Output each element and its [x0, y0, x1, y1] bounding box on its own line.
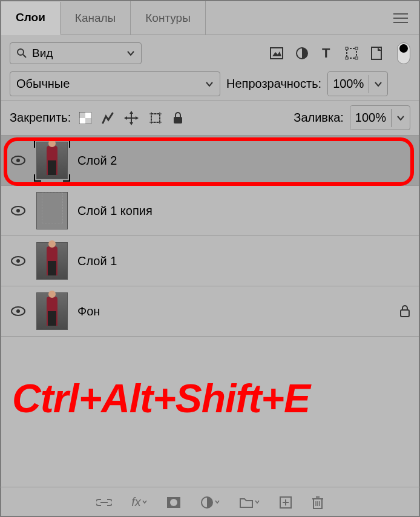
svg-point-39 [16, 309, 20, 313]
layer-row[interactable]: Фон [1, 286, 419, 337]
filter-shape-icon[interactable] [345, 47, 358, 60]
chevron-down-icon [126, 49, 135, 58]
fill-label: Заливка: [294, 111, 344, 125]
layer-row[interactable]: Слой 1 копия [1, 186, 419, 236]
svg-text:T: T [322, 47, 330, 60]
svg-rect-16 [85, 118, 91, 124]
search-icon [16, 48, 27, 59]
lock-position-icon[interactable] [124, 111, 139, 125]
layer-thumbnail[interactable] [36, 142, 68, 179]
new-layer-icon[interactable] [279, 496, 292, 509]
visibility-icon[interactable] [10, 256, 27, 266]
filter-label: Вид [32, 47, 53, 60]
blend-mode-value: Обычные [16, 77, 70, 91]
svg-rect-18 [79, 118, 85, 124]
visibility-icon[interactable] [10, 156, 27, 165]
svg-rect-10 [346, 47, 348, 50]
toggle-dot [399, 44, 408, 53]
svg-point-42 [170, 499, 177, 506]
svg-line-4 [23, 54, 26, 58]
fx-icon[interactable]: fx [131, 495, 147, 509]
filter-dropdown[interactable]: Вид [10, 42, 142, 64]
svg-marker-25 [136, 116, 139, 120]
lock-label: Закрепить: [10, 111, 71, 125]
layer-name: Слой 2 [77, 154, 117, 168]
opacity-value: 100% [328, 72, 369, 96]
filter-type-icon[interactable]: T [321, 47, 333, 60]
filter-pixel-icon[interactable] [270, 47, 283, 59]
adjustment-icon[interactable] [200, 496, 220, 509]
lock-image-icon[interactable] [101, 111, 114, 125]
filter-toggle[interactable] [397, 42, 410, 64]
layers-list: Слой 2 Слой 1 копия Слой 1 Фон [1, 136, 419, 337]
lock-icon [399, 305, 410, 318]
panel-menu-icon[interactable] [393, 13, 408, 24]
layer-thumbnail[interactable] [36, 242, 68, 280]
lock-transparency-icon[interactable] [79, 112, 91, 124]
panel-tabs: Слои Каналы Контуры [1, 1, 419, 35]
svg-rect-26 [151, 114, 160, 122]
svg-point-37 [16, 259, 20, 263]
layer-row[interactable]: Слой 2 [1, 136, 419, 186]
chevron-down-icon[interactable] [391, 109, 410, 127]
svg-point-3 [18, 49, 24, 55]
svg-point-33 [16, 159, 20, 162]
svg-rect-11 [355, 47, 358, 50]
delete-icon[interactable] [312, 495, 324, 510]
layer-filter-row: Вид T [1, 35, 419, 71]
visibility-icon[interactable] [10, 206, 27, 216]
svg-rect-13 [355, 57, 358, 59]
filter-smartobject-icon[interactable] [370, 46, 382, 61]
svg-marker-24 [124, 116, 127, 120]
layer-thumbnail[interactable] [36, 292, 68, 330]
tab-channels[interactable]: Каналы [61, 1, 131, 35]
link-icon[interactable] [96, 498, 112, 507]
layer-thumbnail[interactable] [36, 192, 68, 229]
svg-rect-31 [174, 117, 182, 123]
layer-name: Фон [77, 305, 100, 318]
tab-layers[interactable]: Слои [1, 2, 61, 35]
opacity-input[interactable]: 100% [327, 71, 388, 96]
bottom-toolbar: fx [0, 487, 420, 517]
svg-rect-12 [346, 57, 348, 59]
svg-rect-17 [85, 112, 91, 118]
fill-input[interactable]: 100% [350, 105, 410, 130]
svg-rect-40 [401, 310, 409, 317]
lock-all-icon[interactable] [172, 111, 183, 125]
svg-marker-22 [130, 111, 133, 114]
layer-row[interactable]: Слой 1 [1, 236, 419, 286]
blend-mode-select[interactable]: Обычные [10, 71, 220, 96]
tab-paths[interactable]: Контуры [131, 1, 206, 35]
svg-marker-23 [130, 122, 133, 125]
lock-fill-row: Закрепить: Заливка: 100% [1, 100, 419, 136]
fill-value: 100% [350, 106, 391, 130]
annotation-shortcut: Ctrl+Alt+Shift+E [12, 375, 310, 421]
filter-adjustment-icon[interactable] [295, 47, 309, 60]
chevron-down-icon [205, 80, 214, 88]
chevron-down-icon[interactable] [369, 75, 387, 93]
svg-point-35 [16, 209, 20, 212]
group-icon[interactable] [239, 496, 260, 509]
lock-artboard-icon[interactable] [148, 111, 163, 125]
opacity-label: Непрозрачность: [226, 77, 321, 91]
mask-icon[interactable] [166, 496, 181, 509]
svg-rect-14 [372, 47, 381, 59]
blend-opacity-row: Обычные Непрозрачность: 100% [1, 71, 419, 100]
svg-rect-15 [79, 112, 85, 118]
layer-name: Слой 1 [77, 254, 117, 268]
visibility-icon[interactable] [10, 306, 27, 316]
svg-marker-6 [272, 51, 281, 56]
layer-name: Слой 1 копия [77, 204, 153, 218]
